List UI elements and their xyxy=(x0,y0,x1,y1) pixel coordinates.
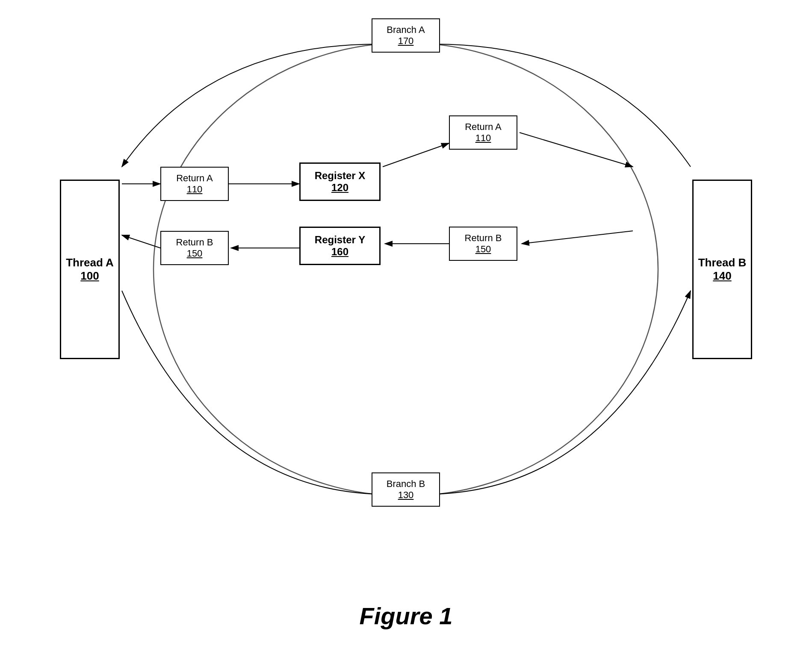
return-a-left-label: Return A xyxy=(176,173,213,184)
branch-a-number: 170 xyxy=(398,35,414,47)
return-b-left-number: 150 xyxy=(187,248,203,259)
thread-a-box: Thread A 100 xyxy=(60,180,120,359)
thread-b-label: Thread B xyxy=(698,256,747,269)
branch-a-label: Branch A xyxy=(387,24,425,35)
svg-line-4 xyxy=(383,143,449,167)
figure-label: Figure 1 xyxy=(0,602,812,630)
return-a-right-box: Return A 110 xyxy=(449,115,517,150)
return-b-right-label: Return B xyxy=(465,233,502,244)
return-b-right-number: 150 xyxy=(475,244,491,255)
return-a-left-number: 110 xyxy=(187,184,203,195)
svg-line-6 xyxy=(522,231,633,244)
return-b-left-box: Return B 150 xyxy=(160,231,229,265)
register-x-number: 120 xyxy=(331,182,348,194)
thread-a-label: Thread A xyxy=(66,256,114,269)
register-y-box: Register Y 160 xyxy=(299,227,381,265)
branch-b-box: Branch B 130 xyxy=(372,472,440,507)
svg-line-9 xyxy=(122,235,160,248)
branch-b-label: Branch B xyxy=(387,478,425,490)
branch-a-box: Branch A 170 xyxy=(372,18,440,53)
return-a-right-label: Return A xyxy=(465,121,502,133)
return-a-left-box: Return A 110 xyxy=(160,167,229,201)
register-x-label: Register X xyxy=(315,170,366,182)
return-b-right-box: Return B 150 xyxy=(449,227,517,261)
thread-b-number: 140 xyxy=(713,269,731,283)
svg-line-5 xyxy=(520,133,633,167)
svg-point-0 xyxy=(154,43,658,496)
thread-a-number: 100 xyxy=(80,269,99,283)
register-y-label: Register Y xyxy=(315,234,365,246)
diagram: Thread A 100 Thread B 140 Branch A 170 B… xyxy=(0,0,812,556)
return-a-right-number: 110 xyxy=(475,133,491,144)
branch-b-number: 130 xyxy=(398,490,414,501)
figure-title: Figure 1 xyxy=(360,602,453,629)
thread-b-box: Thread B 140 xyxy=(692,180,752,359)
return-b-left-label: Return B xyxy=(176,237,213,248)
register-x-box: Register X 120 xyxy=(299,162,381,201)
register-y-number: 160 xyxy=(331,246,348,258)
